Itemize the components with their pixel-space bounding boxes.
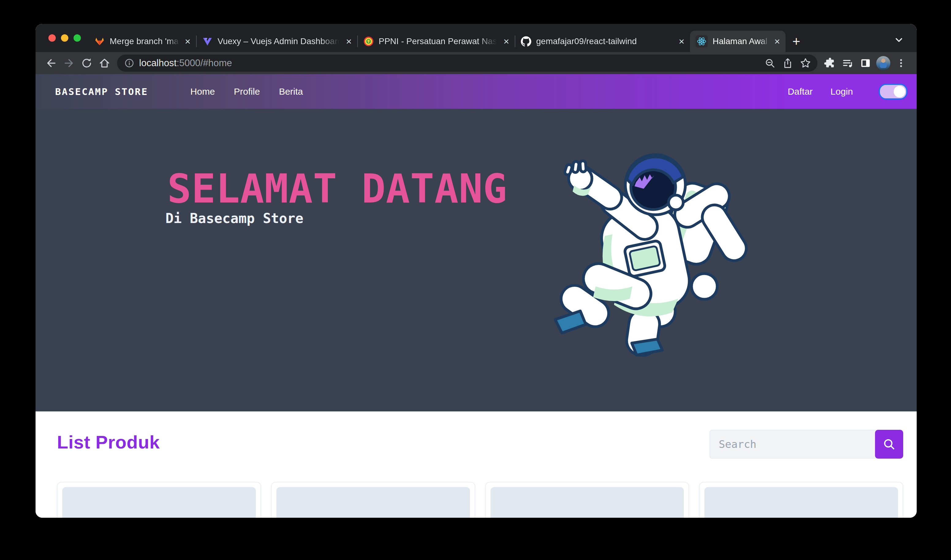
product-image-placeholder	[276, 487, 470, 518]
bookmark-star-icon[interactable]	[797, 54, 814, 72]
close-tab-icon[interactable]: ×	[185, 37, 191, 46]
close-tab-icon[interactable]: ×	[679, 37, 685, 46]
gitlab-icon	[94, 36, 105, 46]
side-panel-icon[interactable]	[857, 54, 874, 72]
tab-title: Halaman Awal	[712, 37, 771, 46]
new-tab-button[interactable]: +	[787, 32, 805, 50]
url-bar[interactable]: localhost:5000/#home	[117, 55, 817, 72]
tab-strip: Merge branch 'master' into 'jiha × Vuexy…	[35, 24, 917, 52]
hero-title: SELAMAT DATANG	[167, 165, 507, 212]
tab-ppni[interactable]: PPNI - Persatuan Perawat Nasio ×	[358, 31, 515, 52]
zoom-out-icon[interactable]	[761, 54, 779, 72]
tab-title: Merge branch 'master' into 'jiha	[110, 37, 181, 46]
home-icon[interactable]	[95, 54, 113, 72]
hero-subtitle: Di Basecamp Store	[165, 211, 303, 226]
search-button[interactable]	[875, 430, 903, 458]
product-image-placeholder	[62, 487, 256, 518]
tab-halaman-awal-active[interactable]: Halaman Awal ×	[690, 31, 786, 52]
nav-right: Daftar Login	[788, 84, 908, 100]
tabs: Merge branch 'master' into 'jiha × Vuexy…	[89, 24, 917, 52]
brand-logo[interactable]: BASECAMP STORE	[55, 86, 148, 97]
vuexy-icon	[202, 36, 212, 46]
close-tab-icon[interactable]: ×	[503, 37, 509, 46]
minimize-window-button[interactable]	[61, 34, 68, 42]
nav-link-profile[interactable]: Profile	[234, 86, 260, 97]
astronaut-illustration	[549, 142, 752, 357]
product-card[interactable]	[699, 482, 903, 518]
toggle-knob	[894, 86, 905, 97]
url-text: localhost:5000/#home	[139, 58, 232, 69]
window-controls	[35, 24, 89, 52]
back-icon[interactable]	[42, 54, 60, 72]
browser-toolbar: localhost:5000/#home	[35, 52, 917, 74]
search-input[interactable]	[709, 430, 877, 458]
nav-link-home[interactable]: Home	[190, 86, 215, 97]
tab-gitlab[interactable]: Merge branch 'master' into 'jiha ×	[89, 31, 196, 52]
tab-github[interactable]: gemafajar09/react-tailwind ×	[516, 31, 690, 52]
close-window-button[interactable]	[48, 34, 56, 42]
page-title: List Produk	[57, 432, 160, 453]
close-tab-icon[interactable]: ×	[346, 37, 352, 46]
theme-toggle[interactable]	[879, 84, 908, 100]
hero-section: SELAMAT DATANG Di Basecamp Store	[35, 109, 917, 411]
zoom-window-button[interactable]	[74, 34, 81, 42]
forward-icon[interactable]	[60, 54, 78, 72]
tab-title: gemafajar09/react-tailwind	[536, 37, 675, 46]
product-image-placeholder	[491, 487, 684, 518]
product-card[interactable]	[57, 482, 261, 518]
site-info-icon[interactable]	[124, 58, 135, 69]
nav-link-login[interactable]: Login	[831, 86, 853, 97]
product-grid	[57, 482, 903, 518]
search-icon	[882, 437, 896, 451]
browser-window: Merge branch 'master' into 'jiha × Vuexy…	[35, 24, 917, 518]
nav-link-berita[interactable]: Berita	[279, 86, 303, 97]
reload-icon[interactable]	[78, 54, 95, 72]
media-controls-icon[interactable]	[839, 54, 857, 72]
site-navbar: BASECAMP STORE Home Profile Berita Dafta…	[35, 74, 917, 109]
extensions-puzzle-icon[interactable]	[821, 54, 839, 72]
product-card[interactable]	[271, 482, 475, 518]
github-icon	[521, 36, 531, 46]
share-icon[interactable]	[779, 54, 797, 72]
product-card[interactable]	[485, 482, 689, 518]
search-bar	[709, 430, 903, 458]
ppni-icon	[363, 36, 374, 46]
react-icon	[696, 35, 708, 48]
nav-link-daftar[interactable]: Daftar	[788, 86, 813, 97]
menu-dots-icon[interactable]	[892, 54, 910, 72]
tab-title: PPNI - Persatuan Perawat Nasio	[379, 37, 500, 46]
profile-avatar[interactable]	[876, 56, 890, 70]
tab-search-chevron-icon[interactable]	[893, 34, 905, 46]
nav-links: Home Profile Berita	[190, 86, 303, 97]
tab-title: Vuexy – Vuejs Admin Dashboard	[217, 37, 342, 46]
tab-vuexy[interactable]: Vuexy – Vuejs Admin Dashboard ×	[197, 31, 357, 52]
product-image-placeholder	[704, 487, 898, 518]
close-tab-icon[interactable]: ×	[774, 37, 780, 46]
content-section: List Produk	[35, 411, 917, 518]
